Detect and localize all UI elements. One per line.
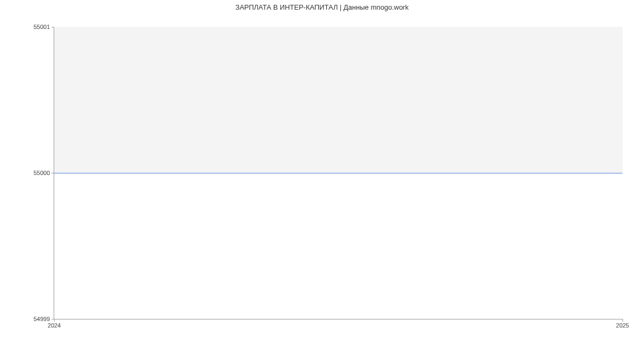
chart-container: 55001 55000 54999 2024 2025 xyxy=(54,27,623,319)
plot-area: 55001 55000 54999 2024 2025 xyxy=(54,27,623,319)
x-tick-label: 2025 xyxy=(616,322,629,329)
x-tick-label: 2024 xyxy=(48,322,61,329)
y-tick-label: 55000 xyxy=(33,170,50,176)
y-tick-label: 55001 xyxy=(33,24,50,30)
series-line xyxy=(54,173,623,173)
chart-title: ЗАРПЛАТА В ИНТЕР-КАПИТАЛ | Данные mnogo.… xyxy=(0,0,644,11)
area-fill xyxy=(54,27,623,173)
y-tick-label: 54999 xyxy=(33,316,50,322)
